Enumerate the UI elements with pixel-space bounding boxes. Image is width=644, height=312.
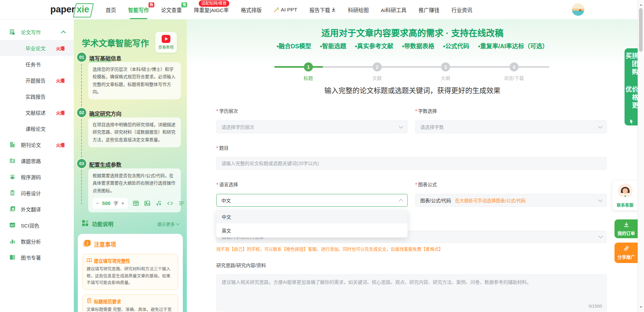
sidebar-item-task-book[interactable]: 任务书: [0, 56, 74, 72]
sidebar-item-foreign-translation[interactable]: 译 外文翻译: [0, 201, 74, 217]
nav-report-download[interactable]: 报告下载: [309, 0, 336, 19]
folder-bolt-icon: [9, 157, 16, 164]
nav-reduce-aigc[interactable]: 降重复|AIGC率 适配知网/维普: [194, 0, 229, 19]
table-icon[interactable]: [132, 200, 139, 207]
sidebar-item-questionnaire-design[interactable]: 问卷设计: [0, 185, 74, 201]
download-tray-icon: [624, 222, 629, 228]
sidebar-item-graduation-thesis[interactable]: 毕业论文 火爆: [0, 40, 74, 56]
step-3-number: 03: [77, 159, 86, 168]
step-outline-label: 大纲: [425, 74, 466, 81]
word-count-stepper[interactable]: − 500 字 +: [93, 198, 128, 209]
sidebar-item-book-monograph[interactable]: 图书专著: [0, 249, 74, 265]
service-agent-avatar: [618, 183, 633, 200]
show-more-button[interactable]: 展示更多: [157, 221, 179, 227]
scroll-down-arrow-icon[interactable]: [640, 306, 642, 309]
step-literature-label: 文献: [357, 74, 397, 81]
notice-card: ! 注意事项 建议填写项完整性 建议填写研究思路、研究材料和方法三个输入框，这些…: [78, 234, 183, 312]
scroll-up-arrow-icon[interactable]: [640, 3, 642, 6]
nav-ai-ppt[interactable]: AI PPT: [274, 0, 297, 19]
my-orders-button[interactable]: 我的订单: [614, 219, 638, 238]
step-2-number: 02: [77, 108, 86, 117]
step-outline-circle[interactable]: 3: [441, 62, 450, 71]
share-promotion-button[interactable]: 分享推广: [614, 243, 638, 263]
contact-service-button[interactable]: 联系客服: [612, 181, 638, 210]
nav-plagiarism-check[interactable]: 论文查重 免: [161, 0, 182, 19]
step-3-description: 根据需要选择是否包含图片/公式/代码，在具体要求需要在大纲处的右侧进行选择操作点…: [88, 168, 181, 212]
sidebar-item-topic-ideas[interactable]: 课题思路: [0, 153, 74, 169]
sidebar-item-proposal-report[interactable]: 开题报告 火爆: [0, 72, 74, 88]
sci-icon: SCI: [9, 222, 16, 228]
progress-stepper: 1 2 3 4 标题 文献 大纲 浏览/下载: [274, 62, 549, 82]
svg-text:!: !: [87, 241, 88, 246]
step-title-circle[interactable]: 1: [304, 62, 313, 71]
sidebar: 论文写作 毕业论文 火爆 任务书 开题报告 火爆 实践报告 文献综述 火爆 课程…: [0, 19, 74, 312]
sidebar-item-course-paper[interactable]: 课程论文: [0, 120, 74, 137]
formula-icon[interactable]: [155, 200, 162, 207]
generation-controls: − 500 字 +: [93, 198, 176, 209]
user-avatar[interactable]: [572, 3, 584, 16]
app-window: paper xie 首页 智能写作 热 论文查重 免 降重复|AIGC率 适配知…: [0, 0, 644, 312]
svg-text:译: 译: [11, 207, 14, 211]
sidebar-item-source-code[interactable]: 程序源码: [0, 169, 74, 185]
education-select[interactable]: 请选择学历层次: [216, 120, 408, 133]
research-label: 研究思路/研究内容/资料: [216, 262, 266, 268]
wordcount-label: *字数选择: [415, 107, 437, 114]
sidebar-item-literature-review[interactable]: 文献综述 火爆: [0, 104, 74, 120]
guide-panel: 学术文章智能写作 查看教程 01 填写基础信息 选择您的学历层次（本科/硕士/博…: [74, 19, 187, 312]
bar-chart-icon: [9, 238, 16, 245]
nav-ai-research-tools[interactable]: AI科研工具: [381, 0, 407, 19]
link-icon: [624, 246, 629, 252]
view-tutorial-button[interactable]: 查看教程: [155, 32, 177, 53]
sidebar-item-journal-paper[interactable]: 期刊论文 火爆: [0, 137, 74, 153]
document-icon: [87, 298, 92, 304]
wordcount-select[interactable]: 请选择字数: [415, 120, 607, 133]
code-icon[interactable]: [167, 200, 173, 207]
main-menu: 首页 智能写作 热 论文查重 免 降重复|AIGC率 适配知网/维普 格式排版 …: [106, 0, 472, 19]
chevron-up-icon: [61, 30, 66, 35]
pointer-hand-icon: [629, 119, 634, 125]
group-buy-ribbon[interactable]: 拼团购买 价格更优: [625, 48, 638, 125]
research-textarea[interactable]: [217, 275, 606, 301]
minus-button[interactable]: −: [96, 201, 99, 206]
step-connector: [81, 119, 82, 157]
education-label: *学历层次: [216, 107, 238, 114]
main-content: 适用对于文章内容要求高的需求 · 支持在线改稿 •融合DS模型 •智能选题 •真…: [187, 19, 638, 312]
nav-research-drawing[interactable]: 科研绘图: [348, 0, 369, 19]
language-option-english[interactable]: 英文: [216, 223, 408, 237]
sidebar-item-sci-polish[interactable]: SCI SCI润色: [0, 217, 74, 233]
chevron-up-icon: [399, 199, 403, 203]
charts-inline-hint: 在大纲处可手动选择图表/公式/代码: [455, 197, 526, 204]
top-navigation: paper xie 首页 智能写作 热 论文查重 免 降重复|AIGC率 适配知…: [0, 0, 644, 19]
nav-format-layout[interactable]: 格式排版: [241, 0, 262, 19]
sidebar-item-data-analysis[interactable]: 数据分析: [0, 233, 74, 249]
chevron-down-icon: [598, 198, 602, 202]
language-option-chinese[interactable]: 中文: [216, 210, 408, 223]
step-1-title: 填写基础信息: [89, 54, 121, 62]
svg-text:SCI: SCI: [10, 224, 14, 226]
language-select[interactable]: 中文: [216, 194, 408, 207]
nav-industry-news[interactable]: 行业资讯: [451, 0, 472, 19]
step-literature-circle[interactable]: 2: [373, 62, 382, 71]
sidebar-item-paper-writing[interactable]: 论文写作: [0, 24, 74, 40]
charts-select[interactable]: 图表/公式/代码 在大纲处可手动选择图表/公式/代码: [415, 194, 607, 207]
plus-button[interactable]: +: [121, 201, 124, 206]
title-input[interactable]: [216, 157, 607, 170]
nav-home[interactable]: 首页: [106, 0, 116, 19]
image-icon[interactable]: [144, 200, 151, 207]
step-download-circle[interactable]: 4: [509, 62, 519, 71]
sidebar-item-practice-report[interactable]: 实践报告: [0, 88, 74, 104]
notice-item-title-rules: 标题规范要求 文章标题需要 完整、准确、具体，避免过于宽泛或模糊的表述，好的标题…: [83, 295, 178, 312]
list-icon[interactable]: [178, 200, 185, 207]
notice-item-completeness: 建议填写项完整性 建议填写研究思路、研究材料和方法三个输入框，这些信息是生成高质…: [83, 254, 178, 290]
scrollbar-thumb[interactable]: [639, 8, 643, 52]
step-connector: [81, 64, 82, 106]
logo-text-green: xie: [75, 4, 91, 15]
play-icon: [162, 35, 170, 43]
nav-smart-writing[interactable]: 智能写作 热: [128, 0, 149, 19]
cnki-badge: 适配知网/维普: [199, 0, 229, 7]
nav-promotion-earn[interactable]: 推广赚钱: [419, 0, 439, 19]
page-scrollbar[interactable]: [638, 0, 644, 312]
doc-edit-icon: [9, 29, 16, 35]
download-icon: [331, 7, 336, 12]
brand-logo[interactable]: paper xie: [50, 4, 91, 15]
